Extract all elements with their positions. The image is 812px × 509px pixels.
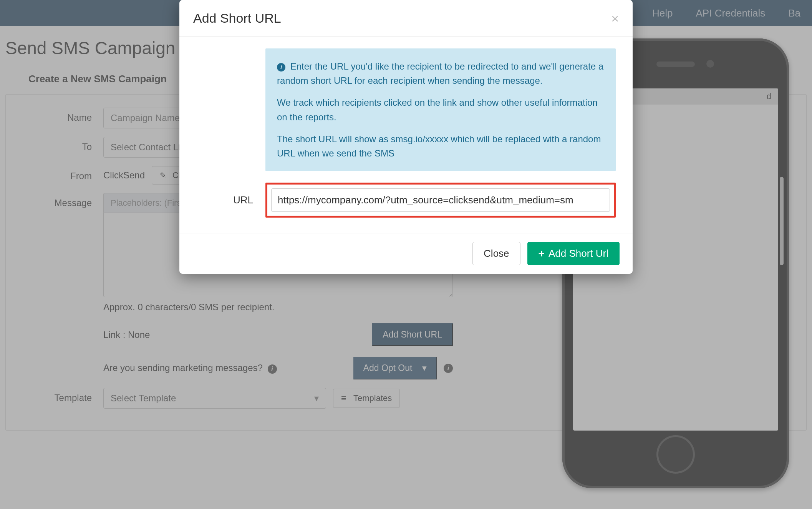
close-button[interactable]: Close (472, 242, 520, 265)
url-input-highlight (265, 183, 616, 218)
info-text-1: Enter the URL you'd like the recipient t… (277, 61, 603, 86)
url-input[interactable] (271, 188, 610, 212)
add-short-url-label: Add Short Url (549, 248, 608, 259)
modal-overlay[interactable]: Add Short URL × i Enter the URL you'd li… (0, 0, 812, 509)
info-text-3: The short URL will show as smsg.io/xxxxx… (277, 132, 604, 160)
info-icon: i (277, 63, 285, 72)
add-short-url-submit-button[interactable]: + Add Short Url (527, 242, 620, 265)
info-text-2: We track which recipients clicked on the… (277, 95, 604, 124)
plus-icon: + (539, 248, 545, 259)
modal-title: Add Short URL (193, 11, 281, 26)
close-icon[interactable]: × (611, 12, 619, 25)
info-box: i Enter the URL you'd like the recipient… (265, 48, 616, 171)
url-label: URL (196, 194, 253, 206)
add-short-url-modal: Add Short URL × i Enter the URL you'd li… (179, 0, 633, 274)
